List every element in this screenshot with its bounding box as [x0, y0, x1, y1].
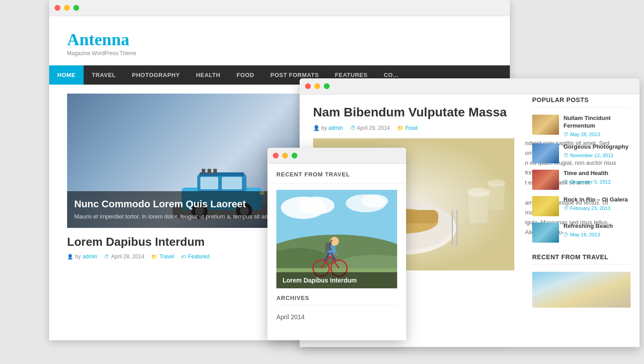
- popular-post-title-1[interactable]: Nullam Tincidunt Fermentum: [564, 115, 631, 130]
- maximize-button-article[interactable]: [324, 83, 330, 89]
- travel-hero-caption: Lorem Dapibus Interdum: [276, 272, 397, 288]
- titlebar-article: [300, 78, 640, 94]
- post-category: 📁 Travel: [151, 253, 174, 260]
- clock-icon-5: ⏱: [564, 232, 568, 237]
- article-date: ⏱ April 29, 2014: [350, 125, 390, 131]
- recent-travel-section: RECENT FROM TRAVEL: [532, 253, 631, 308]
- nav-photography[interactable]: PHOTOGRAPHY: [124, 65, 188, 85]
- user-icon-article: 👤: [313, 125, 320, 131]
- recent-travel-title: RECENT FROM TRAVEL: [532, 253, 631, 265]
- clock-icon-article: ⏱: [350, 125, 356, 131]
- close-button-travel[interactable]: [273, 153, 279, 158]
- svg-rect-3: [200, 177, 218, 189]
- folder-icon: 📁: [151, 254, 157, 260]
- minimize-button-travel[interactable]: [282, 153, 288, 158]
- post-tag: 🏷 Featured: [181, 253, 209, 260]
- svg-rect-12: [208, 169, 211, 174]
- svg-rect-20: [456, 210, 458, 246]
- nav-health[interactable]: HEALTH: [188, 65, 229, 85]
- close-button[interactable]: [55, 5, 60, 11]
- popular-post-title-4[interactable]: Rock in Rio – Oi Galera: [564, 196, 628, 204]
- thumb-4: [532, 196, 559, 216]
- sidebar: POPULAR POSTS Nullam Tincidunt Fermentum…: [532, 96, 631, 308]
- maximize-button[interactable]: [73, 5, 79, 11]
- popular-post-5: Refreshing Beach ⏱ May 16, 2013: [532, 223, 631, 243]
- post-info-1: Nullam Tincidunt Fermentum ⏱ May 28, 201…: [564, 115, 631, 137]
- post-date: ⏱ April 28, 2014: [104, 253, 144, 260]
- thumb-5: [532, 223, 559, 243]
- post-info-5: Refreshing Beach ⏱ May 16, 2013: [564, 223, 613, 237]
- minimize-button-article[interactable]: [314, 83, 320, 89]
- desert-thumbnail: [532, 115, 559, 135]
- popular-post-date-4: ⏱ February 23, 2013: [564, 206, 628, 211]
- travel-hero: Lorem Dapibus Interdum: [276, 190, 397, 288]
- travel-section-title: RECENT FROM TRAVEL: [267, 164, 406, 184]
- rio-thumbnail: [532, 196, 559, 216]
- nav-travel[interactable]: TRAVEL: [84, 65, 124, 85]
- traffic-lights-article: [305, 83, 330, 89]
- article-author: 👤 by admin: [313, 125, 343, 131]
- post-info-4: Rock in Rio – Oi Galera ⏱ February 23, 2…: [564, 196, 628, 211]
- folder-icon-article: 📁: [397, 125, 404, 131]
- popular-post-date-1: ⏱ May 28, 2013: [564, 132, 631, 137]
- titlebar-main: [49, 0, 510, 16]
- nav-home[interactable]: HOME: [49, 65, 84, 85]
- recent-travel-image: [532, 272, 631, 308]
- minimize-button[interactable]: [64, 5, 70, 11]
- health-thumbnail: [532, 170, 559, 190]
- popular-post-date-3: ⏱ December 5, 2012: [564, 179, 611, 184]
- archives-title: ARCHIVES: [276, 295, 397, 305]
- popular-post-4: Rock in Rio – Oi Galera ⏱ February 23, 2…: [532, 196, 631, 216]
- thumb-3: [532, 170, 559, 190]
- popular-post-date-2: ⏱ November 12, 2012: [564, 153, 628, 158]
- clock-icon-2: ⏱: [564, 153, 568, 158]
- archives-april[interactable]: April 2014: [276, 311, 397, 323]
- popular-post-title-2[interactable]: Gorgeous Photography: [564, 143, 628, 151]
- popular-post-3: Time and Health ⏱ December 5, 2012: [532, 170, 631, 190]
- close-button-article[interactable]: [305, 83, 311, 89]
- clock-icon-1: ⏱: [564, 132, 568, 137]
- pyramid-thumbnail: [532, 272, 631, 308]
- svg-point-27: [361, 194, 388, 208]
- post-author: 👤 by admin: [67, 253, 97, 260]
- post-info-2: Gorgeous Photography ⏱ November 12, 2012: [564, 143, 628, 158]
- clock-icon: ⏱: [104, 254, 109, 259]
- ocean-thumbnail: [532, 143, 559, 163]
- maximize-button-travel[interactable]: [292, 153, 297, 158]
- clock-icon-4: ⏱: [564, 206, 568, 211]
- popular-post-title-5[interactable]: Refreshing Beach: [564, 223, 613, 230]
- article-category: 📁 Food: [397, 125, 418, 131]
- svg-rect-13: [213, 169, 217, 174]
- site-header: Antenna Magazine WordPress Theme: [49, 16, 510, 65]
- popular-post-date-5: ⏱ May 16, 2013: [564, 232, 613, 237]
- tag-icon: 🏷: [181, 254, 186, 259]
- clock-icon-3: ⏱: [564, 179, 568, 184]
- nav-food[interactable]: FOOD: [229, 65, 263, 85]
- popular-post-title-3[interactable]: Time and Health: [564, 170, 611, 177]
- author-link[interactable]: admin: [83, 253, 97, 260]
- svg-rect-19: [452, 210, 453, 246]
- window-travel: RECENT FROM TRAVEL: [267, 148, 406, 340]
- thumb-1: [532, 115, 559, 135]
- popular-posts-title: POPULAR POSTS: [532, 96, 631, 107]
- archives-section: ARCHIVES April 2014: [267, 295, 406, 323]
- svg-rect-10: [199, 172, 244, 176]
- post-info-3: Time and Health ⏱ December 5, 2012: [564, 170, 611, 184]
- traffic-lights-travel: [273, 153, 297, 158]
- svg-rect-11: [202, 169, 205, 174]
- site-tagline: Magazine WordPress Theme: [67, 50, 492, 56]
- user-icon: 👤: [67, 254, 73, 260]
- site-logo: Antenna: [67, 30, 492, 49]
- svg-rect-4: [222, 177, 242, 189]
- titlebar-travel: [267, 148, 406, 164]
- svg-point-25: [299, 197, 335, 214]
- popular-post-2: Gorgeous Photography ⏱ November 12, 2012: [532, 143, 631, 163]
- thumb-2: [532, 143, 559, 163]
- beach-thumbnail: [532, 223, 559, 243]
- traffic-lights-main: [55, 5, 79, 11]
- popular-post-1: Nullam Tincidunt Fermentum ⏱ May 28, 201…: [532, 115, 631, 137]
